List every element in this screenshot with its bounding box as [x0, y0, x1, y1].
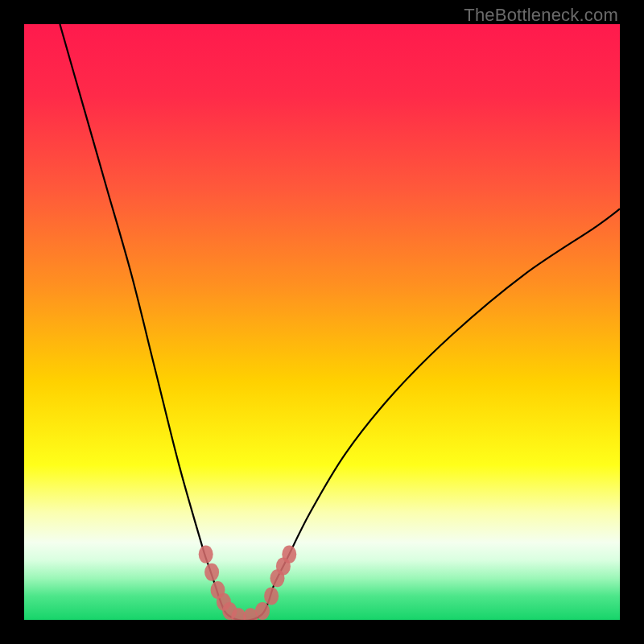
curve-marker	[199, 546, 213, 564]
watermark-text: TheBottleneck.com	[464, 5, 618, 26]
curve-marker	[282, 546, 296, 564]
bottleneck-curve	[60, 24, 620, 620]
curve-layer	[24, 24, 620, 620]
plot-area	[24, 24, 620, 620]
curve-marker	[264, 587, 279, 605]
outer-frame: TheBottleneck.com	[0, 0, 644, 644]
curve-markers	[199, 546, 297, 620]
curve-marker	[204, 564, 219, 581]
curve-marker	[255, 602, 270, 620]
